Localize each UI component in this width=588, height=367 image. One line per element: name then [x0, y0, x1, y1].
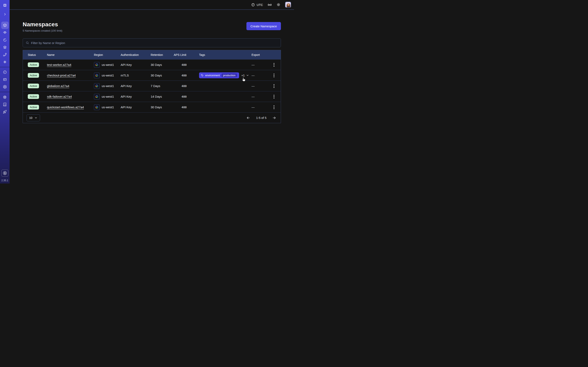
sidebar-item-nexus asterisk-icon[interactable] — [1, 58, 9, 66]
auth-value: API Key — [121, 84, 151, 88]
sidebar-item-batch layers-icon[interactable] — [1, 44, 9, 51]
column-header-authentication: Authentication — [121, 53, 151, 57]
sidebar-divider — [0, 67, 9, 67]
sidebar-item-support lifebuoy-icon[interactable] — [1, 93, 9, 101]
sidebar-divider — [0, 92, 9, 92]
column-header-export: Export — [251, 53, 268, 57]
sidebar-item-settings gear-icon[interactable] — [1, 83, 9, 91]
auth-value: API Key — [121, 105, 151, 109]
table-pagination: 10 1-5 of 5 — [23, 112, 281, 123]
retention-value: 14 Days — [151, 95, 174, 98]
row-menu-button kebab-icon[interactable] — [271, 83, 277, 89]
region-label: us-west1 — [102, 105, 114, 109]
tag-icon — [201, 74, 204, 77]
auth-value: API Key — [121, 95, 151, 98]
create-namespace-button[interactable]: Create Namespace — [246, 22, 281, 30]
row-menu-button kebab-icon[interactable] — [271, 62, 277, 68]
sidebar-expand-icon[interactable] — [1, 11, 9, 18]
column-header-region: Region — [94, 53, 121, 57]
sidebar-item-deployments workflow-branch-icon[interactable] — [1, 51, 9, 58]
aps-limit-value: 400 — [174, 95, 197, 98]
auth-value: mTLS — [121, 74, 151, 77]
filter-bar — [23, 38, 281, 47]
theme-sun-icon[interactable] — [277, 3, 281, 7]
column-header-name: Name — [47, 53, 94, 57]
timezone-selector[interactable]: UTC — [251, 3, 263, 7]
tag-key: environment — [205, 74, 220, 77]
namespace-link[interactable]: sdk-failover.a27a4 — [47, 95, 72, 98]
sidebar-item-namespaces cube-icon[interactable] — [1, 22, 9, 29]
row-menu-button kebab-icon[interactable] — [271, 72, 277, 79]
gcp-cloud-icon — [94, 62, 100, 68]
main-area: UTC — [9, 0, 294, 184]
table-header-row: Status Name Region Authentication Retent… — [23, 50, 281, 59]
column-header-retention: Retention — [151, 53, 174, 57]
aps-limit-value: 400 — [174, 74, 197, 77]
billing-badge-button dollar-badge-icon[interactable] — [1, 170, 8, 176]
table-row: Active sdk-failover.a27a4 us-west1 API — [23, 91, 281, 102]
filter-input[interactable] — [31, 41, 278, 45]
retention-value: 30 Days — [151, 74, 174, 77]
timezone-label: UTC — [257, 3, 263, 7]
auth-value: API Key — [121, 63, 151, 67]
sidebar-item-billing credit-card-icon[interactable] — [1, 76, 9, 83]
column-header-tags: Tags — [197, 53, 251, 57]
namespace-link[interactable]: checkout-prod.a27a4 — [47, 74, 76, 77]
row-menu-button kebab-icon[interactable] — [271, 104, 277, 110]
clock-icon — [251, 3, 255, 7]
status-badge: Active — [28, 62, 39, 67]
column-header-status: Status — [23, 53, 47, 57]
region-label: us-west1 — [102, 63, 114, 67]
table-row: Active globalizer.a27a4 us-west1 API Ke — [23, 81, 281, 91]
page-size-select[interactable]: 10 — [26, 114, 40, 121]
sidebar-item-usage gauge-icon[interactable] — [1, 68, 9, 76]
content: Namespaces 5 Namespaces created (100 lim… — [9, 10, 294, 123]
aps-limit-value: 400 — [174, 84, 197, 88]
sidebar-item-schedules timer-icon[interactable] — [1, 36, 9, 44]
export-value: — — [251, 105, 268, 109]
sidebar: 2.35.1 — [0, 0, 9, 184]
tag-pill[interactable]: environment production — [199, 72, 239, 78]
gcp-cloud-icon — [94, 104, 100, 110]
temporal-logo-icon[interactable] — [1, 2, 9, 9]
tag-value: production — [222, 73, 237, 77]
tags-more-count[interactable]: +1 — [241, 74, 245, 77]
status-badge: Active — [28, 73, 39, 78]
export-value: — — [251, 95, 268, 98]
status-badge: Active — [28, 105, 39, 109]
status-badge: Active — [28, 83, 39, 88]
tags-cell: environment production +1 — [197, 72, 251, 78]
previous-page-button arrow-left-icon[interactable] — [245, 115, 251, 121]
retention-value: 7 Days — [151, 84, 174, 88]
version-label: 2.35.1 — [1, 179, 8, 182]
sidebar-item-workflows eye-icon[interactable] — [1, 29, 9, 36]
gcp-cloud-icon — [94, 94, 100, 100]
chevron-down-icon — [35, 117, 37, 119]
topbar: UTC — [9, 0, 294, 10]
app-root: 2.35.1 UTC — [0, 0, 294, 184]
aps-limit-value: 400 — [174, 63, 197, 67]
retention-value: 30 Days — [151, 63, 174, 67]
namespace-link[interactable]: globalizer.a27a4 — [47, 84, 69, 88]
region-label: us-west1 — [102, 84, 114, 88]
region-label: us-west1 — [102, 95, 114, 98]
namespaces-table: Status Name Region Authentication Retent… — [23, 50, 281, 123]
gcp-cloud-icon — [94, 73, 100, 78]
status-badge: Active — [28, 94, 39, 99]
table-row: Active test-worker.a27a4 us-west1 API K — [23, 59, 281, 70]
search-icon — [26, 41, 29, 45]
page-size-value: 10 — [29, 116, 33, 119]
sidebar-item-getting-started rocket-icon[interactable] — [1, 108, 9, 115]
next-page-button arrow-right-icon[interactable] — [271, 115, 277, 121]
sidebar-item-docs book-sparkles-icon[interactable] — [1, 101, 9, 108]
pagination-range-label: 1-5 of 5 — [256, 116, 267, 119]
tags-expand-chevron-icon[interactable] — [246, 74, 249, 77]
glasses-icon[interactable] — [268, 2, 272, 7]
row-menu-button kebab-icon[interactable] — [271, 93, 277, 100]
table-row: Active quickstart-workflows.a27a4 us-wes… — [23, 102, 281, 112]
user-avatar[interactable] — [285, 2, 291, 8]
namespace-link[interactable]: quickstart-workflows.a27a4 — [47, 105, 84, 109]
namespace-link[interactable]: test-worker.a27a4 — [47, 63, 71, 67]
page-title: Namespaces — [23, 21, 62, 28]
table-row: Active checkout-prod.a27a4 us-west1 mTL — [23, 70, 281, 81]
